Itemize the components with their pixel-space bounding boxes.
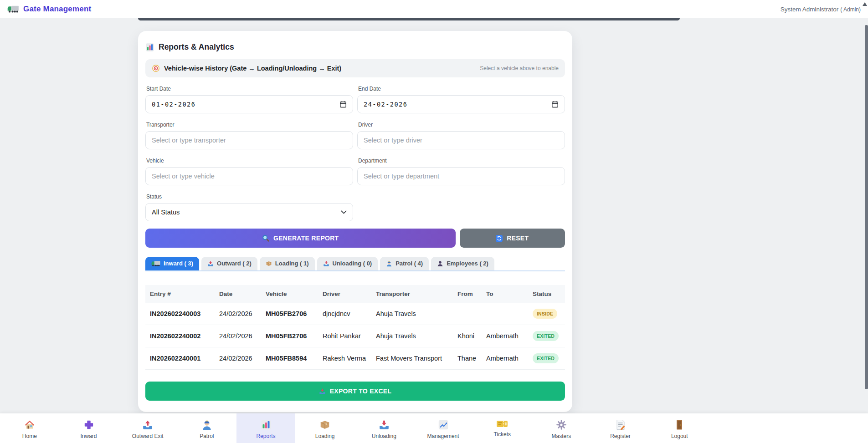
status-badge: EXITED (533, 331, 559, 341)
nav-item-tickets[interactable]: Tickets (473, 413, 532, 443)
nav-item-patrol[interactable]: Patrol (177, 413, 236, 443)
nav-label: Unloading (372, 433, 396, 439)
cell-vehicle: MH05FB2706 (261, 303, 318, 325)
col-driver: Driver (318, 285, 371, 303)
vehicle-history-label: Vehicle-wise History (Gate → Loading/Unl… (164, 65, 341, 72)
chevron-down-icon (341, 210, 347, 214)
driver-input[interactable] (357, 131, 565, 149)
end-date-label: End Date (358, 86, 564, 92)
tab-loading[interactable]: Loading ( 1) (260, 257, 315, 270)
start-date-label: Start Date (146, 86, 352, 92)
user-name: System Administrator (781, 6, 839, 13)
cell-from: Thane (453, 347, 482, 370)
cell-date: 24/02/2026 (215, 325, 261, 347)
status-selected-value: All Status (152, 209, 180, 216)
truck-icon (7, 5, 19, 13)
nav-label: Masters (552, 433, 571, 439)
driver-field: Driver (357, 113, 565, 149)
plus-icon (83, 419, 94, 430)
end-date-input[interactable]: 24-02-2026 (357, 95, 565, 113)
nav-label: Outward Exit (132, 433, 164, 439)
app-title: Gate Management (23, 5, 91, 14)
table-header-row: Entry # Date Vehicle Driver Transporter … (145, 285, 565, 303)
nav-item-loading[interactable]: Loading (295, 413, 354, 443)
nav-item-inward[interactable]: Inward (59, 413, 118, 443)
ticket-icon (496, 419, 508, 428)
vehicle-history-bar: Vehicle-wise History (Gate → Loading/Unl… (145, 59, 565, 77)
nav-label: Reports (257, 433, 276, 439)
cell-from (453, 303, 482, 325)
target-icon (152, 64, 160, 72)
department-label: Department (358, 158, 564, 164)
end-date-value: 24-02-2026 (364, 101, 407, 108)
col-status: Status (528, 285, 565, 303)
scrolled-panel-edge (138, 18, 680, 20)
nav-item-logout[interactable]: Logout (650, 413, 709, 443)
chart-up-icon (438, 419, 449, 430)
nav-item-home[interactable]: Home (0, 413, 59, 443)
cell-date: 24/02/2026 (215, 303, 261, 325)
brand: Gate Management (7, 5, 91, 14)
nav-label: Logout (671, 433, 688, 439)
status-field: Status All Status (145, 185, 353, 221)
package-icon (266, 260, 272, 267)
tab-label: Outward ( 2) (217, 260, 252, 267)
generate-report-label: GENERATE REPORT (273, 234, 339, 242)
calendar-icon[interactable] (551, 101, 559, 108)
vehicle-history-hint: Select a vehicle above to enable (480, 65, 559, 71)
tray-up-icon (207, 260, 214, 267)
reset-button[interactable]: RESET (460, 229, 565, 248)
nav-item-outward-exit[interactable]: Outward Exit (118, 413, 177, 443)
cell-driver: Rakesh Verma (318, 347, 371, 370)
nav-label: Management (427, 433, 459, 439)
scrollbar-up-arrow[interactable] (863, 2, 867, 6)
nav-label: Inward (80, 433, 97, 439)
door-icon (675, 419, 683, 430)
col-from: From (453, 285, 482, 303)
bar-chart-icon (261, 419, 272, 430)
end-date-field: End Date 24-02-2026 (357, 77, 565, 113)
cell-driver: djncjdncv (318, 303, 371, 325)
transporter-field: Transporter (145, 113, 353, 149)
nav-item-masters[interactable]: Masters (532, 413, 591, 443)
user-info: System Administrator ( Admin) (781, 6, 861, 13)
home-icon (24, 419, 36, 430)
app-header: Gate Management System Administrator ( A… (0, 0, 868, 18)
nav-label: Loading (315, 433, 335, 439)
tab-unloading[interactable]: Unloading ( 0) (317, 257, 378, 270)
tray-down-icon (323, 260, 329, 267)
tab-label: Patrol ( 4) (395, 260, 423, 267)
vehicle-field: Vehicle (145, 149, 353, 185)
status-select[interactable]: All Status (145, 203, 353, 221)
export-excel-button[interactable]: EXPORT TO EXCEL (145, 382, 565, 401)
nav-item-register[interactable]: Register (591, 413, 650, 443)
start-date-value: 01-02-2026 (152, 101, 195, 108)
reports-panel: Reports & Analytics Vehicle-wise History… (138, 31, 572, 412)
tab-label: Unloading ( 0) (333, 260, 372, 267)
nav-item-unloading[interactable]: Unloading (354, 413, 414, 443)
calendar-icon[interactable] (339, 101, 347, 108)
tab-employees[interactable]: Employees ( 2) (431, 257, 494, 270)
tab-outward[interactable]: Outward ( 2) (201, 257, 257, 270)
status-badge: EXITED (533, 353, 559, 363)
start-date-input[interactable]: 01-02-2026 (145, 95, 353, 113)
police-icon (386, 260, 392, 267)
nav-item-management[interactable]: Management (414, 413, 473, 443)
department-input[interactable] (357, 167, 565, 185)
cell-entry: IN202602240001 (145, 347, 215, 370)
cell-vehicle: MH05FB2706 (261, 325, 318, 347)
col-date: Date (215, 285, 261, 303)
scrollbar[interactable] (865, 25, 868, 389)
nav-item-reports[interactable]: Reports (236, 413, 296, 443)
nav-label: Register (610, 433, 631, 439)
tab-inward[interactable]: Inward ( 3) (145, 257, 199, 270)
nav-label: Home (22, 433, 37, 439)
vehicle-input[interactable] (145, 167, 353, 185)
user-role: ( Admin) (840, 6, 861, 13)
transporter-input[interactable] (145, 131, 353, 149)
tray-down-icon (319, 388, 326, 395)
cell-entry: IN202602240003 (145, 303, 215, 325)
tab-patrol[interactable]: Patrol ( 4) (380, 257, 429, 270)
generate-report-button[interactable]: GENERATE REPORT (145, 229, 456, 248)
status-label: Status (146, 193, 352, 200)
